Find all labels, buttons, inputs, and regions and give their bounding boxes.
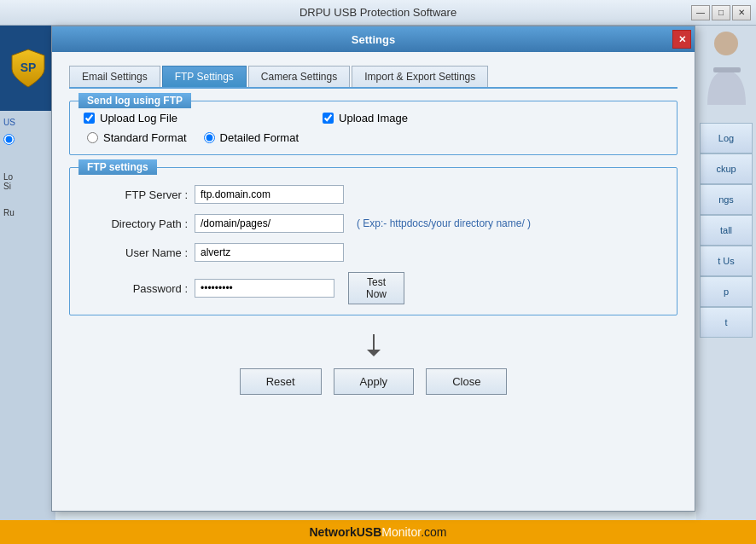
svg-text:SP: SP [20, 61, 36, 74]
user-name-label: User Name : [84, 246, 195, 259]
ftp-settings-section: FTP settings FTP Server : Directory Path… [69, 167, 677, 315]
tab-import-export[interactable]: Import & Export Settings [352, 66, 488, 87]
upload-image-item: Upload Image [323, 112, 408, 124]
ftp-server-label: FTP Server : [84, 188, 195, 201]
apply-button[interactable]: Apply [334, 368, 415, 395]
upload-options-row: Upload Log File Upload Image [84, 112, 663, 124]
minimize-button[interactable]: — [691, 5, 710, 20]
left-label-usb: US [3, 118, 52, 127]
maximize-button[interactable]: □ [712, 5, 730, 20]
tab-email[interactable]: Email Settings [69, 66, 160, 87]
left-log-label: LoSi [3, 172, 52, 191]
extra-button[interactable]: t [700, 307, 753, 338]
reset-button[interactable]: Reset [240, 368, 322, 395]
format-options-row: Standard Format Detailed Format [87, 131, 663, 144]
detailed-format-label: Detailed Format [220, 131, 299, 144]
tab-camera[interactable]: Camera Settings [248, 66, 350, 87]
directory-path-input[interactable] [195, 214, 344, 233]
upload-log-checkbox[interactable] [84, 113, 95, 124]
left-panel-content: US LoSi Ru [0, 111, 55, 224]
password-row: Test Now [195, 272, 348, 304]
banner-monitor: Monitor [381, 525, 421, 539]
svg-marker-4 [367, 350, 381, 356]
app-close-button[interactable]: ✕ [732, 5, 751, 20]
settings-button[interactable]: ngs [700, 184, 753, 215]
svg-point-1 [714, 32, 738, 55]
contact-button[interactable]: t Us [700, 246, 753, 276]
dialog-footer: Reset Apply Close [69, 362, 677, 402]
directory-hint: ( Exp:- httpdocs/your directory name/ ) [348, 217, 663, 229]
left-radio-input[interactable] [3, 134, 15, 145]
dialog-close-button[interactable]: ✕ [672, 30, 691, 49]
upload-image-checkbox[interactable] [323, 113, 334, 124]
user-name-input[interactable] [195, 243, 344, 262]
title-bar-controls: — □ ✕ [691, 5, 751, 20]
backup-button[interactable]: ckup [700, 153, 753, 184]
left-run-label: Ru [3, 208, 52, 217]
app-title: DRPU USB Protection Software [299, 6, 457, 19]
tabs-container: Email Settings FTP Settings Camera Setti… [69, 61, 677, 89]
logo-area: SP [0, 26, 55, 111]
person-icon [703, 28, 750, 109]
standard-format-item: Standard Format [87, 131, 187, 144]
upload-log-label: Upload Log File [100, 112, 177, 124]
detailed-format-item: Detailed Format [204, 131, 299, 144]
bottom-banner: NetworkUSBMonitor.com [0, 520, 756, 544]
dialog-body: Email Settings FTP Settings Camera Setti… [52, 52, 695, 410]
app-window: DRPU USB Protection Software — □ ✕ SP [0, 0, 756, 544]
tab-ftp[interactable]: FTP Settings [162, 66, 247, 87]
standard-format-radio[interactable] [87, 132, 98, 143]
svg-rect-2 [713, 67, 741, 72]
dialog-title: Settings [352, 33, 395, 46]
close-button[interactable]: Close [426, 368, 507, 395]
banner-network: Network [309, 525, 356, 539]
settings-dialog: Settings ✕ Email Settings FTP Settings C… [51, 26, 695, 512]
password-input[interactable] [195, 279, 334, 298]
ftp-settings-title: FTP settings [79, 159, 157, 175]
standard-format-label: Standard Format [103, 131, 187, 144]
install-button[interactable]: tall [700, 215, 753, 246]
title-bar: DRPU USB Protection Software — □ ✕ [0, 0, 756, 26]
directory-path-label: Directory Path : [84, 217, 195, 230]
help-button[interactable]: p [700, 276, 753, 307]
log-button[interactable]: Log [700, 123, 753, 153]
test-now-button[interactable]: Test Now [348, 272, 404, 304]
banner-domain: .com [421, 525, 446, 539]
dialog-title-bar: Settings ✕ [52, 26, 695, 52]
person-area [696, 26, 756, 111]
detailed-format-radio[interactable] [204, 132, 215, 143]
ftp-server-input[interactable] [195, 185, 344, 204]
send-ftp-section: Send log using FTP Upload Log File Uploa… [69, 101, 677, 155]
upload-image-label: Upload Image [339, 112, 408, 124]
upload-log-file-item: Upload Log File [84, 112, 177, 124]
banner-text: NetworkUSBMonitor.com [309, 525, 446, 539]
shield-icon: SP [10, 49, 46, 88]
left-radio [3, 134, 52, 147]
right-panel: Log ckup ngs tall t Us p t [696, 26, 756, 520]
right-panel-buttons: Log ckup ngs tall t Us p t [696, 123, 756, 338]
banner-usb: USB [357, 525, 382, 539]
left-panel: SP US LoSi Ru [0, 26, 55, 520]
ftp-form: FTP Server : Directory Path : ( Exp:- ht… [84, 185, 663, 304]
arrow-down [69, 327, 677, 362]
password-label: Password : [84, 282, 195, 295]
dialog-overlay: Settings ✕ Email Settings FTP Settings C… [51, 26, 695, 512]
send-ftp-title: Send log using FTP [79, 93, 191, 108]
